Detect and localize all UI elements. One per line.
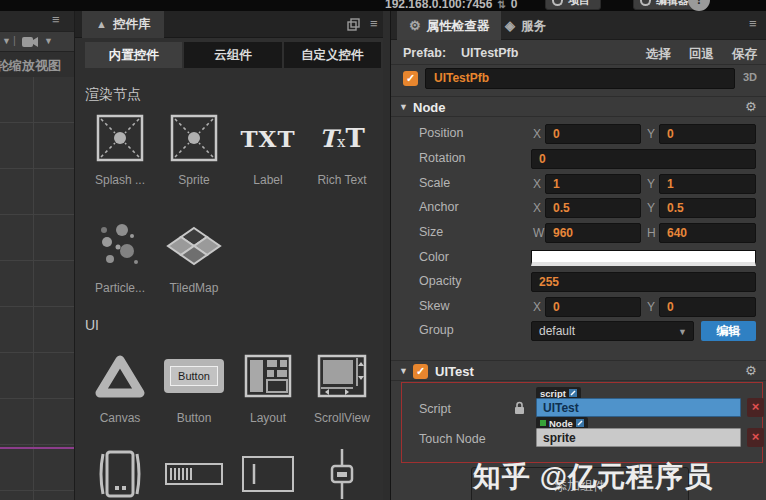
anchor-x-input[interactable]: 0.5 <box>545 198 641 218</box>
top-toolbar: 192.168.0.100:7456⇅0 项目 编辑器 ! <box>0 0 766 11</box>
prefab-bar: Prefab: UITestPfb 选择 回退 保存 <box>391 42 766 65</box>
watermark: 知乎 @亿元程序员 <box>473 458 713 496</box>
opacity-input[interactable]: 255 <box>531 272 756 292</box>
widget-tiledmap[interactable]: TiledMap <box>157 217 231 295</box>
panel-menu-icon[interactable]: ≡ <box>749 16 757 31</box>
tab-widget-library[interactable]: ▲控件库 <box>82 11 164 38</box>
widget-richtext[interactable]: TxT Rich Text <box>305 109 379 187</box>
section-ui: UI <box>85 317 99 333</box>
scale-x-input[interactable]: 1 <box>545 174 641 194</box>
widget-label[interactable]: TXT Label <box>231 109 305 187</box>
section-render-nodes: 渲染节点 <box>85 86 141 104</box>
scene-toolbar: ▼ | ▼ <box>0 31 75 52</box>
tab-services[interactable]: ◈服务 <box>493 11 558 40</box>
scene-panel-header: ≡ <box>0 11 75 31</box>
library-row: Splash ... Sprite TXT Label TxT Rich Tex… <box>83 109 383 187</box>
edit-icon[interactable] <box>569 389 577 397</box>
widget-splash[interactable]: Splash ... <box>83 109 157 187</box>
node-name-row: ✓ UITestPfb 3D <box>391 68 766 94</box>
rotation-input[interactable]: 0 <box>531 149 756 169</box>
library-row: Particle... TiledMap <box>83 217 383 295</box>
prefab-revert-button[interactable]: 回退 <box>689 46 714 63</box>
richtext-icon: TxT <box>319 123 365 153</box>
group-dropdown[interactable]: default▼ <box>531 321 694 341</box>
widget-pageview[interactable] <box>83 445 157 500</box>
scale-y-input[interactable]: 1 <box>659 174 756 194</box>
script-reference-field[interactable]: UITest <box>536 398 741 417</box>
refresh-icon <box>552 0 563 6</box>
scene-grid[interactable] <box>0 77 75 500</box>
skew-y-input[interactable]: 0 <box>659 297 756 317</box>
node-section-header[interactable]: ▼ Node ⚙ <box>391 96 766 117</box>
widget-editbox[interactable] <box>231 445 305 500</box>
anchor-y-input[interactable]: 0.5 <box>659 198 756 218</box>
sprite-icon <box>170 114 218 162</box>
editbox-icon <box>242 456 294 492</box>
property-row-skew: Skew X 0 Y 0 <box>391 297 766 319</box>
prefab-select-button[interactable]: 选择 <box>646 46 671 63</box>
popout-icon[interactable] <box>347 18 360 31</box>
slider-icon <box>329 447 355 500</box>
widget-slider[interactable] <box>305 445 379 500</box>
progressbar-icon <box>165 463 223 485</box>
node-type-icon <box>540 420 546 426</box>
cocos-logo-icon: ▲ <box>96 18 107 30</box>
device-address[interactable]: 192.168.0.100:7456⇅0 <box>385 0 518 11</box>
property-row-anchor: Anchor X 0.5 Y 0.5 <box>391 198 766 220</box>
position-x-input[interactable]: 0 <box>545 124 641 144</box>
remove-touch-node-button[interactable]: × <box>747 428 764 447</box>
size-w-input[interactable]: 960 <box>545 223 641 243</box>
prefab-save-button[interactable]: 保存 <box>732 46 757 63</box>
gear-icon[interactable]: ⚙ <box>745 99 757 114</box>
widget-canvas[interactable]: Canvas <box>83 347 157 425</box>
tab-cloud-components[interactable]: 云组件 <box>184 42 281 68</box>
property-inspector-panel: ⚙属性检查器 ◈服务 ≡ Prefab: UITestPfb 选择 回退 保存 … <box>390 11 766 500</box>
uitest-enabled-checkbox[interactable]: ✓ <box>413 364 428 379</box>
widget-sprite[interactable]: Sprite <box>157 109 231 187</box>
chevron-down-icon[interactable]: ▼ <box>2 36 11 46</box>
pageview-icon <box>94 448 146 500</box>
prefab-name: UITestPfb <box>461 46 518 60</box>
node-active-checkbox[interactable]: ✓ <box>403 71 418 86</box>
widget-button[interactable]: Button Button <box>157 347 231 425</box>
panel-menu-icon[interactable]: ≡ <box>370 16 378 31</box>
chevron-down-icon[interactable]: ▼ <box>44 36 53 46</box>
tab-custom-widgets[interactable]: 自定义控件 <box>284 42 381 68</box>
remove-script-button[interactable]: × <box>747 398 764 417</box>
touch-node-reference-field[interactable]: sprite <box>536 428 741 447</box>
node-name-input[interactable]: UITestPfb <box>425 68 735 89</box>
refresh-icon <box>640 0 651 6</box>
uitest-section-header[interactable]: ▼ ✓ UITest ⚙ <box>391 360 766 381</box>
toolbar-divider: | <box>13 34 16 46</box>
camera-icon[interactable] <box>22 36 39 48</box>
widget-library-panel: ▲控件库 ≡ 内置控件 云组件 自定义控件 渲染节点 Splash ... Sp… <box>75 11 383 500</box>
scrollview-icon <box>317 354 367 398</box>
property-row-position: Position X 0 Y 0 <box>391 124 766 146</box>
collapse-arrow-icon[interactable]: ▼ <box>399 102 408 112</box>
tab-property-inspector[interactable]: ⚙属性检查器 <box>397 11 501 40</box>
size-h-input[interactable]: 640 <box>659 223 756 243</box>
edit-icon[interactable] <box>576 419 584 427</box>
library-row: Canvas Button Button Layout ScrollView <box>83 347 383 425</box>
refresh-project-button[interactable]: 项目 <box>545 0 601 10</box>
widget-layout[interactable]: Layout <box>231 347 305 425</box>
collapse-arrow-icon[interactable]: ▼ <box>399 366 408 376</box>
scene-zoom-hint: 轮缩放视图 <box>0 57 61 75</box>
property-row-size: Size W 960 H 640 <box>391 223 766 245</box>
position-y-input[interactable]: 0 <box>659 124 756 144</box>
widget-scrollview[interactable]: ScrollView <box>305 347 379 425</box>
mode-3d-toggle[interactable]: 3D <box>743 71 757 83</box>
chevron-down-icon: ▼ <box>678 323 687 341</box>
color-swatch[interactable] <box>531 250 756 266</box>
skew-x-input[interactable]: 0 <box>545 297 641 317</box>
inspector-tab-bar: ⚙属性检查器 ◈服务 ≡ <box>391 11 766 40</box>
panel-menu-icon[interactable]: ≡ <box>52 12 60 27</box>
lock-icon <box>514 401 525 415</box>
scene-view-panel: ≡ ▼ | ▼ 轮缩放视图 <box>0 11 75 500</box>
widget-particle[interactable]: Particle... <box>83 217 157 295</box>
property-row-group: Group default▼ 编辑 <box>391 321 766 343</box>
group-edit-button[interactable]: 编辑 <box>701 321 756 341</box>
tab-builtin-widgets[interactable]: 内置控件 <box>85 42 182 68</box>
widget-progressbar[interactable] <box>157 445 231 500</box>
gear-icon[interactable]: ⚙ <box>745 363 757 378</box>
